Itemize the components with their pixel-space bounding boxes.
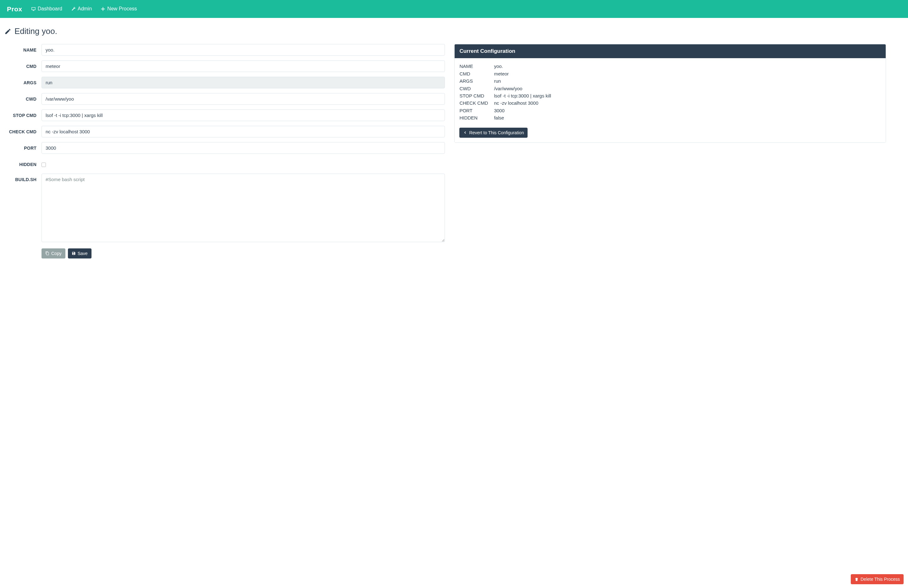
nav-admin[interactable]: Admin	[71, 5, 92, 13]
revert-button-label: Revert to This Configuration	[469, 130, 524, 135]
current-config-panel: Current Configuration NAME yoo. CMD mete…	[454, 44, 886, 143]
label-cwd: CWD	[5, 93, 42, 103]
chevron-left-icon	[463, 130, 467, 135]
copy-icon	[45, 251, 49, 255]
nav-dashboard[interactable]: Dashboard	[31, 5, 62, 13]
wrench-icon	[71, 6, 76, 11]
conf-val-name: yoo.	[494, 63, 881, 69]
input-args[interactable]	[42, 77, 445, 89]
conf-key-hidden: HIDDEN	[459, 114, 491, 121]
label-hidden: HIDDEN	[5, 158, 42, 168]
revert-button[interactable]: Revert to This Configuration	[459, 128, 528, 138]
edit-form: NAME CMD ARGS CWD STOP CMD CHECK CMD	[5, 44, 445, 258]
input-port[interactable]	[42, 142, 445, 154]
input-build-sh[interactable]	[42, 174, 445, 242]
conf-key-args: ARGS	[459, 78, 491, 84]
save-button-label: Save	[78, 251, 88, 256]
save-button[interactable]: Save	[68, 248, 92, 258]
label-args: ARGS	[5, 77, 42, 86]
page-title-text: Editing yoo.	[14, 26, 57, 37]
conf-key-port: PORT	[459, 107, 491, 114]
copy-button[interactable]: Copy	[42, 248, 65, 258]
brand-logo[interactable]: Prox	[7, 5, 23, 14]
conf-val-args: run	[494, 78, 881, 84]
label-build-sh: BUILD.SH	[5, 174, 42, 183]
conf-val-stopcmd: lsof -t -i tcp:3000 | xargs kill	[494, 92, 881, 99]
conf-val-hidden: false	[494, 114, 881, 121]
conf-key-name: NAME	[459, 63, 491, 69]
nav-new-process[interactable]: New Process	[101, 5, 137, 13]
pencil-icon	[5, 28, 11, 35]
input-stop-cmd[interactable]	[42, 110, 445, 121]
form-button-bar: Copy Save	[42, 248, 445, 258]
label-name: NAME	[5, 44, 42, 53]
input-check-cmd[interactable]	[42, 126, 445, 137]
input-hidden[interactable]	[42, 163, 46, 167]
conf-key-cmd: CMD	[459, 71, 491, 77]
label-check-cmd: CHECK CMD	[5, 126, 42, 135]
input-cwd[interactable]	[42, 93, 445, 105]
nav-dashboard-label: Dashboard	[38, 5, 62, 13]
screen-icon	[31, 6, 36, 11]
plus-icon	[101, 6, 105, 11]
conf-key-checkcmd: CHECK CMD	[459, 100, 491, 106]
page: Editing yoo. NAME CMD ARGS CWD STOP CM	[0, 18, 908, 277]
nav-new-process-label: New Process	[107, 5, 137, 13]
page-title: Editing yoo.	[5, 26, 903, 37]
conf-key-stopcmd: STOP CMD	[459, 92, 491, 99]
label-stop-cmd: STOP CMD	[5, 110, 42, 119]
conf-key-cwd: CWD	[459, 85, 491, 92]
navbar: Prox Dashboard Admin New Process	[0, 0, 908, 18]
current-config-title: Current Configuration	[455, 44, 885, 58]
conf-val-cmd: meteor	[494, 71, 881, 77]
save-icon	[72, 251, 76, 255]
input-cmd[interactable]	[42, 60, 445, 72]
conf-val-cwd: /var/www/yoo	[494, 85, 881, 92]
conf-val-checkcmd: nc -zv localhost 3000	[494, 100, 881, 106]
current-config-list: NAME yoo. CMD meteor ARGS run CWD /var/w…	[459, 63, 881, 121]
input-name[interactable]	[42, 44, 445, 56]
conf-val-port: 3000	[494, 107, 881, 114]
label-cmd: CMD	[5, 60, 42, 70]
label-port: PORT	[5, 142, 42, 151]
copy-button-label: Copy	[51, 251, 62, 256]
nav-admin-label: Admin	[78, 5, 92, 13]
